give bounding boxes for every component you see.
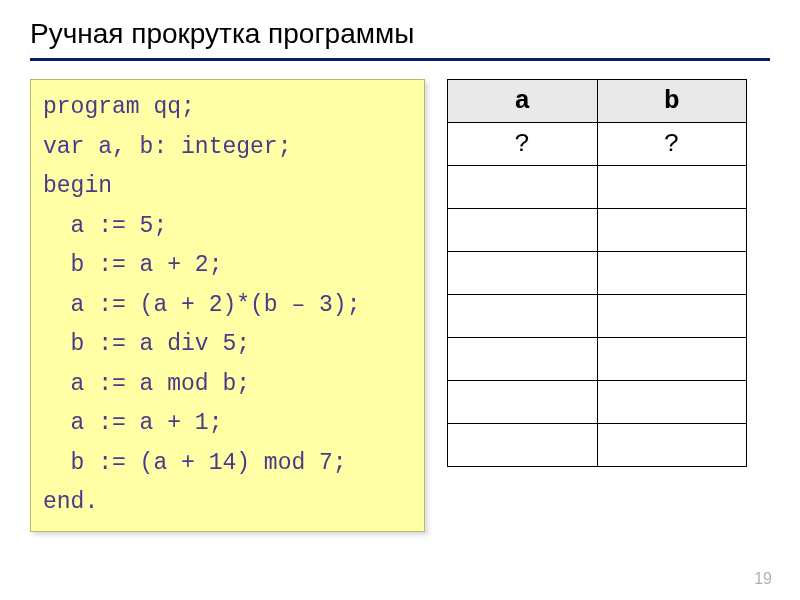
table-cell — [597, 381, 747, 424]
table-cell — [597, 252, 747, 295]
table-row — [448, 424, 747, 467]
table-cell — [597, 209, 747, 252]
table-cell: ? — [597, 123, 747, 166]
table-row — [448, 295, 747, 338]
table-row: ?? — [448, 123, 747, 166]
page-number: 19 — [754, 570, 772, 588]
table-row — [448, 381, 747, 424]
table-cell — [448, 252, 598, 295]
table-header-b: b — [597, 80, 747, 123]
slide-title: Ручная прокрутка программы — [30, 18, 770, 50]
slide: Ручная прокрутка программы program qq; v… — [0, 0, 800, 600]
table-row — [448, 166, 747, 209]
table-row — [448, 209, 747, 252]
table-cell — [597, 295, 747, 338]
table-cell — [448, 424, 598, 467]
table-row — [448, 338, 747, 381]
table-cell — [448, 381, 598, 424]
table-header-a: a — [448, 80, 598, 123]
table-row — [448, 252, 747, 295]
table-cell — [448, 166, 598, 209]
table-cell — [448, 295, 598, 338]
table-header-row: a b — [448, 80, 747, 123]
table-cell — [597, 166, 747, 209]
table-cell — [448, 209, 598, 252]
table-cell: ? — [448, 123, 598, 166]
table-cell — [597, 424, 747, 467]
title-underline — [30, 58, 770, 61]
table-cell — [597, 338, 747, 381]
trace-table: a b ?? — [447, 79, 747, 467]
code-block: program qq; var a, b: integer; begin a :… — [30, 79, 425, 532]
content-area: program qq; var a, b: integer; begin a :… — [30, 79, 770, 532]
table-cell — [448, 338, 598, 381]
